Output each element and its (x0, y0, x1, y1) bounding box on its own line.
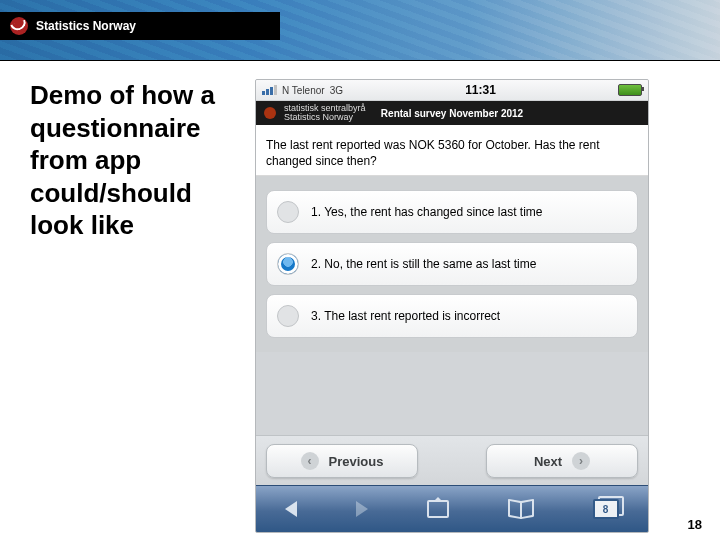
back-icon[interactable] (285, 501, 297, 517)
org-name: Statistics Norway (36, 19, 136, 33)
signal-bars-icon (262, 85, 277, 95)
slide-page-number: 18 (688, 517, 702, 532)
next-label: Next (534, 454, 562, 469)
slide-title: Demo of how a questionnaire from app cou… (30, 79, 235, 540)
carrier-label: N Telenor (282, 85, 325, 96)
slide-header-banner: Statistics Norway (0, 0, 720, 60)
option-label: 1. Yes, the rent has changed since last … (311, 205, 542, 219)
options-list: 1. Yes, the rent has changed since last … (256, 176, 648, 352)
chevron-right-icon: › (572, 452, 590, 470)
bookmarks-icon[interactable] (508, 500, 534, 518)
ios-status-bar: N Telenor 3G 11:31 (256, 80, 648, 101)
radio-icon[interactable] (277, 201, 299, 223)
previous-button[interactable]: ‹ Previous (266, 444, 418, 478)
next-button[interactable]: Next › (486, 444, 638, 478)
option-row[interactable]: 3. The last rent reported is incorrect (266, 294, 638, 338)
org-logo-icon (10, 17, 28, 35)
network-label: 3G (330, 85, 343, 96)
clock: 11:31 (348, 83, 613, 97)
chevron-left-icon: ‹ (301, 452, 319, 470)
survey-app-header: statistisk sentralbyrå Statistics Norway… (256, 101, 648, 125)
survey-nav-bar: ‹ Previous Next › (256, 435, 648, 486)
previous-label: Previous (329, 454, 384, 469)
battery-icon (618, 84, 642, 96)
radio-icon[interactable] (277, 305, 299, 327)
option-label: 2. No, the rent is still the same as las… (311, 257, 536, 271)
org-badge: Statistics Norway (0, 12, 280, 40)
option-row[interactable]: 1. Yes, the rent has changed since last … (266, 190, 638, 234)
tabs-icon[interactable]: 8 (593, 499, 619, 519)
share-icon[interactable] (427, 500, 449, 518)
safari-toolbar: 8 (256, 485, 648, 532)
phone-mockup: N Telenor 3G 11:31 statistisk sentralbyr… (255, 79, 649, 533)
survey-title: Rental survey November 2012 (256, 108, 648, 119)
forward-icon[interactable] (356, 501, 368, 517)
option-row[interactable]: 2. No, the rent is still the same as las… (266, 242, 638, 286)
question-area: The last rent reported was NOK 5360 for … (256, 125, 648, 176)
radio-icon[interactable] (277, 253, 299, 275)
question-text: The last rent reported was NOK 5360 for … (266, 137, 638, 169)
option-label: 3. The last rent reported is incorrect (311, 309, 500, 323)
